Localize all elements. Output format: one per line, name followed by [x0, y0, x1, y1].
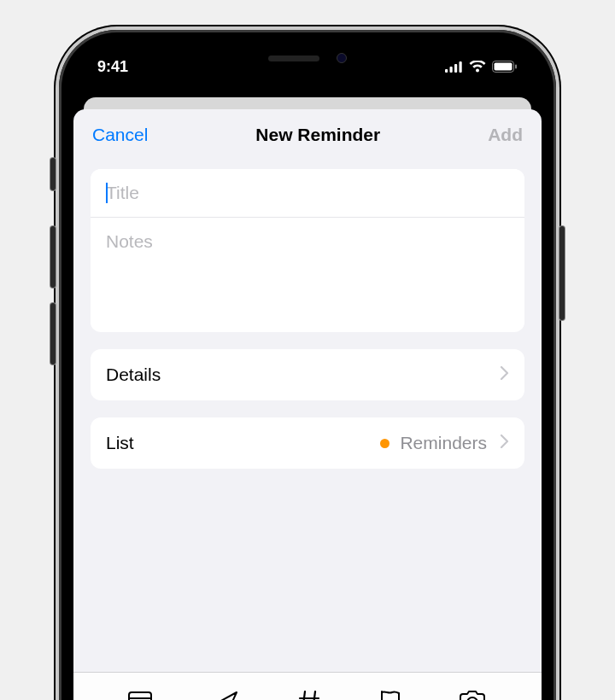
svg-rect-0: [445, 69, 448, 73]
chevron-right-icon: [501, 366, 509, 384]
date-time-button[interactable]: [121, 682, 164, 701]
flag-icon: [378, 689, 401, 701]
location-button[interactable]: [208, 682, 247, 701]
list-selected-name: Reminders: [400, 433, 487, 453]
list-color-dot: [380, 439, 390, 448]
phone-frame: 9:41 Cancel: [59, 30, 556, 700]
text-cursor: [106, 183, 108, 203]
svg-rect-6: [515, 65, 517, 69]
battery-icon: [492, 61, 518, 73]
svg-rect-7: [129, 692, 151, 701]
content: Details List Reminders: [73, 157, 542, 498]
flag-button[interactable]: [372, 682, 407, 701]
svg-point-22: [467, 697, 477, 701]
svg-rect-5: [495, 63, 512, 71]
screen: 9:41 Cancel: [73, 44, 542, 700]
page-title: New Reminder: [255, 125, 380, 145]
wifi-icon: [469, 61, 486, 73]
front-camera: [337, 53, 347, 63]
volume-up-button: [50, 226, 56, 288]
svg-rect-2: [454, 64, 457, 73]
camera-icon: [458, 690, 487, 701]
status-time: 9:41: [97, 58, 128, 76]
svg-rect-3: [460, 61, 462, 73]
location-arrow-icon: [214, 689, 240, 701]
chevron-right-icon: [501, 435, 509, 452]
title-notes-card: [91, 169, 524, 332]
svg-rect-1: [450, 67, 453, 73]
tag-button[interactable]: [290, 682, 328, 701]
notch: [222, 44, 393, 72]
silent-switch: [50, 158, 56, 190]
camera-button[interactable]: [451, 683, 494, 701]
calendar-clock-icon: [128, 689, 157, 701]
nav-bar: Cancel New Reminder Add: [73, 109, 542, 157]
add-button[interactable]: Add: [488, 125, 523, 145]
notes-input[interactable]: [91, 218, 524, 329]
speaker: [268, 55, 319, 61]
hashtag-icon: [297, 689, 321, 701]
modal-sheet: Cancel New Reminder Add Details: [73, 109, 542, 700]
details-row[interactable]: Details: [91, 349, 524, 400]
list-label: List: [106, 433, 134, 453]
cancel-button[interactable]: Cancel: [92, 125, 148, 145]
cellular-icon: [445, 61, 463, 73]
details-label: Details: [106, 365, 161, 385]
volume-down-button: [50, 303, 56, 365]
power-button: [559, 226, 565, 320]
title-input[interactable]: [91, 169, 524, 217]
list-row[interactable]: List Reminders: [91, 417, 524, 469]
keyboard-toolbar: [73, 672, 542, 700]
